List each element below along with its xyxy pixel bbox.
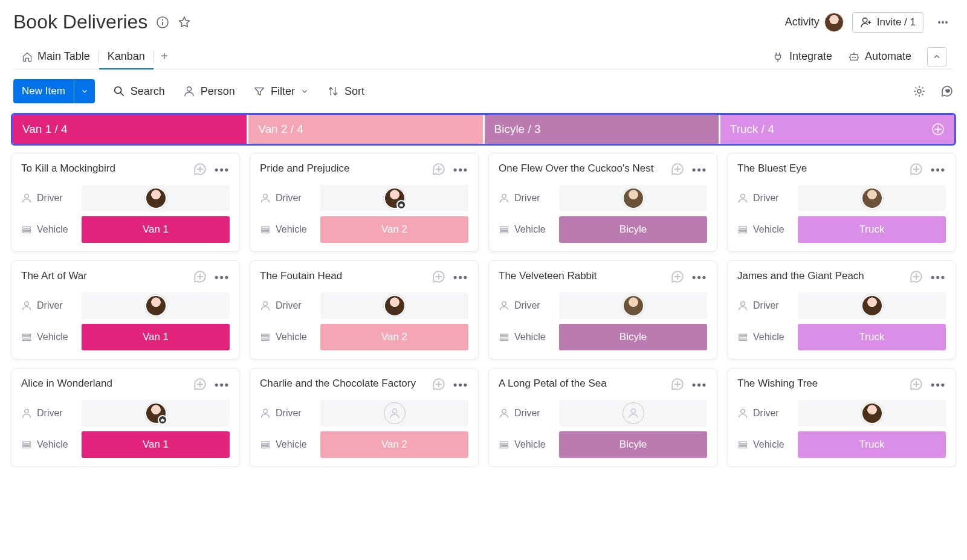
automate-button[interactable]: Automate [848,50,911,63]
invite-button[interactable]: Invite / 1 [852,12,923,33]
kanban-columns: To Kill a Mockingbird•••DriverVehicleVan… [11,153,956,467]
card-menu-button[interactable]: ••• [931,379,946,391]
card-menu-button[interactable]: ••• [215,164,230,176]
vehicle-badge[interactable]: Bicyle [559,431,707,458]
card-menu-button[interactable]: ••• [453,164,468,176]
star-icon[interactable] [178,16,191,29]
tab-main-table[interactable]: Main Table [13,44,99,69]
card-menu-button[interactable]: ••• [453,271,468,284]
vehicle-badge[interactable]: Bicyle [559,216,707,243]
driver-value[interactable] [320,292,468,319]
card-chat-button[interactable] [909,377,925,393]
column-header[interactable]: Van 2 / 4 [248,115,482,144]
driver-value[interactable] [320,400,468,426]
driver-value[interactable] [559,400,707,426]
tab-kanban[interactable]: Kanban [99,44,154,69]
kanban-card[interactable]: One Flew Over the Cuckoo's Nest•••Driver… [488,153,717,252]
vehicle-badge[interactable]: Truck [798,324,946,350]
card-chat-button[interactable] [670,377,686,393]
vehicle-badge[interactable]: Van 2 [320,324,468,350]
search-button[interactable]: Search [113,85,165,98]
vehicle-label: Vehicle [737,332,798,343]
driver-value[interactable] [798,292,946,319]
driver-value[interactable] [559,292,707,319]
kanban-card[interactable]: Alice in Wonderland•••DriverVehicleVan 1 [11,368,240,467]
driver-label: Driver [737,193,798,204]
column-header[interactable]: Truck / 4 [720,115,954,144]
card-menu-button[interactable]: ••• [453,379,468,391]
vehicle-badge[interactable]: Van 1 [82,431,230,458]
vehicle-badge[interactable]: Truck [798,216,946,243]
driver-label: Driver [260,193,320,204]
kanban-column: Pride and Prejudice•••DriverVehicleVan 2… [250,153,479,467]
card-title: Alice in Wonderland [21,377,187,391]
sort-button[interactable]: Sort [327,85,364,98]
kanban-card[interactable]: Charlie and the Chocolate Factory•••Driv… [250,368,479,467]
driver-value[interactable] [82,400,230,426]
card-chat-button[interactable] [909,162,925,178]
card-chat-button[interactable] [432,269,447,285]
new-item-main[interactable]: New Item [13,79,74,103]
collapse-header-button[interactable] [927,47,946,66]
vehicle-label: Vehicle [21,332,82,343]
kanban-card[interactable]: The Wishing Tree•••DriverVehicleTruck [727,368,956,467]
vehicle-badge[interactable]: Van 1 [82,216,230,243]
card-menu-button[interactable]: ••• [692,379,707,391]
card-menu-button[interactable]: ••• [931,271,946,284]
feedback-button[interactable] [940,85,954,98]
card-chat-button[interactable] [193,269,209,285]
column-header[interactable]: Bicyle / 3 [485,115,719,144]
home-icon [22,51,33,62]
card-chat-button[interactable] [909,269,925,285]
kanban-card[interactable]: To Kill a Mockingbird•••DriverVehicleVan… [11,153,240,252]
vehicle-badge[interactable]: Truck [798,431,946,458]
vehicle-label: Vehicle [737,439,798,450]
driver-label: Driver [499,193,559,204]
vehicle-badge[interactable]: Bicyle [559,324,707,350]
kanban-card[interactable]: The Foutain Head•••DriverVehicleVan 2 [250,260,479,359]
new-item-dropdown[interactable] [74,79,95,103]
card-menu-button[interactable]: ••• [215,271,230,284]
driver-value[interactable] [798,185,946,211]
vehicle-badge[interactable]: Van 2 [320,431,468,458]
card-chat-button[interactable] [670,269,686,285]
activity-avatar [824,13,844,32]
person-filter-button[interactable]: Person [183,85,235,98]
card-chat-button[interactable] [193,377,209,393]
vehicle-badge[interactable]: Van 2 [320,216,468,243]
card-menu-button[interactable]: ••• [931,164,946,176]
vehicle-icon [260,224,271,235]
card-chat-button[interactable] [193,162,209,178]
driver-value[interactable] [559,185,707,211]
card-title: The Bluest Eye [737,162,903,176]
view-settings-button[interactable] [913,85,926,98]
kanban-card[interactable]: The Bluest Eye•••DriverVehicleTruck [727,153,956,252]
card-chat-button[interactable] [432,162,447,178]
kanban-card[interactable]: James and the Giant Peach•••DriverVehicl… [727,260,956,359]
driver-value[interactable] [82,292,230,319]
board-menu-button[interactable] [932,11,954,33]
info-icon[interactable] [156,16,169,29]
card-chat-button[interactable] [670,162,686,178]
vehicle-badge[interactable]: Van 1 [82,324,230,350]
kanban-card[interactable]: A Long Petal of the Sea•••DriverVehicleB… [488,368,717,467]
person-icon [21,300,32,311]
driver-value[interactable] [798,400,946,426]
new-item-button[interactable]: New Item [13,79,95,103]
kanban-card[interactable]: The Art of War•••DriverVehicleVan 1 [11,260,240,359]
kanban-card[interactable]: Pride and Prejudice•••DriverVehicleVan 2 [250,153,479,252]
card-menu-button[interactable]: ••• [215,379,230,391]
card-chat-button[interactable] [432,377,447,393]
add-view-button[interactable]: + [154,47,175,67]
card-menu-button[interactable]: ••• [692,271,707,284]
card-title: Charlie and the Chocolate Factory [260,377,425,391]
card-menu-button[interactable]: ••• [692,164,707,176]
driver-value[interactable] [320,185,468,211]
add-column-button[interactable] [931,123,945,136]
integrate-button[interactable]: Integrate [772,50,832,63]
filter-button[interactable]: Filter [253,85,309,98]
kanban-card[interactable]: The Velveteen Rabbit•••DriverVehicleBicy… [488,260,717,359]
activity-link[interactable]: Activity [785,13,844,32]
column-header[interactable]: Van 1 / 4 [13,115,247,144]
driver-value[interactable] [82,185,230,211]
